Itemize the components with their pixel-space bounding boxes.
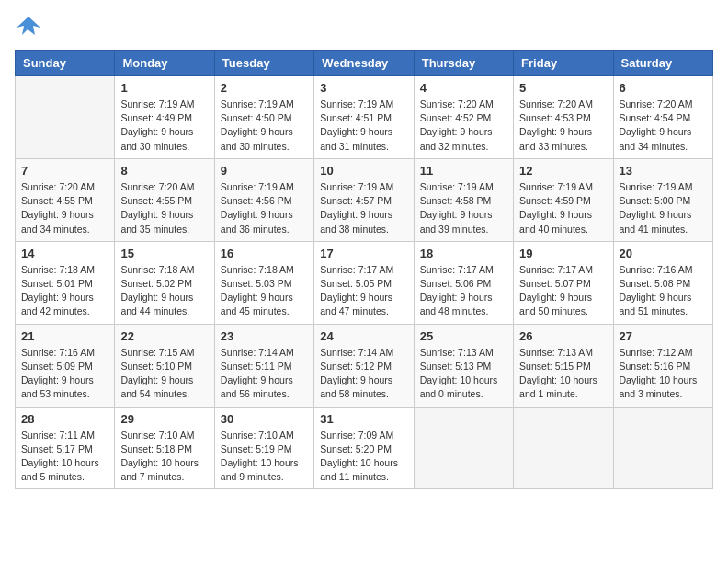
calendar-cell: 16Sunrise: 7:18 AM Sunset: 5:03 PM Dayli… [214,241,313,324]
calendar-cell: 2Sunrise: 7:19 AM Sunset: 4:50 PM Daylig… [214,76,313,159]
day-info: Sunrise: 7:20 AM Sunset: 4:52 PM Dayligh… [420,98,507,154]
calendar-cell: 3Sunrise: 7:19 AM Sunset: 4:51 PM Daylig… [314,76,414,159]
day-info: Sunrise: 7:19 AM Sunset: 4:50 PM Dayligh… [221,98,308,154]
logo-icon [15,15,42,40]
day-info: Sunrise: 7:12 AM Sunset: 5:16 PM Dayligh… [620,346,707,402]
calendar-cell: 26Sunrise: 7:13 AM Sunset: 5:15 PM Dayli… [514,324,613,407]
calendar-cell [414,407,513,489]
day-number: 11 [420,164,507,178]
day-number: 18 [420,247,507,260]
day-number: 16 [221,247,308,260]
day-info: Sunrise: 7:17 AM Sunset: 5:06 PM Dayligh… [420,263,507,319]
day-info: Sunrise: 7:20 AM Sunset: 4:54 PM Dayligh… [620,98,707,154]
day-info: Sunrise: 7:20 AM Sunset: 4:55 PM Dayligh… [21,180,108,236]
svg-marker-0 [17,17,40,35]
day-number: 26 [519,329,607,343]
day-number: 8 [120,164,208,178]
day-info: Sunrise: 7:13 AM Sunset: 5:15 PM Dayligh… [519,346,607,402]
calendar-cell: 9Sunrise: 7:19 AM Sunset: 4:56 PM Daylig… [214,158,313,241]
day-info: Sunrise: 7:11 AM Sunset: 5:17 PM Dayligh… [21,429,108,485]
calendar-cell: 14Sunrise: 7:18 AM Sunset: 5:01 PM Dayli… [16,241,115,324]
day-number: 3 [320,81,407,95]
day-number: 21 [21,329,108,343]
calendar-cell: 11Sunrise: 7:19 AM Sunset: 4:58 PM Dayli… [414,158,513,241]
day-number: 6 [620,81,707,95]
calendar-cell: 1Sunrise: 7:19 AM Sunset: 4:49 PM Daylig… [115,76,214,159]
calendar-cell: 10Sunrise: 7:19 AM Sunset: 4:57 PM Dayli… [314,158,414,241]
calendar-week-row: 1Sunrise: 7:19 AM Sunset: 4:49 PM Daylig… [16,76,713,159]
header-sunday: Sunday [16,51,115,76]
header-wednesday: Wednesday [314,51,414,76]
calendar-cell: 20Sunrise: 7:16 AM Sunset: 5:08 PM Dayli… [613,241,712,324]
calendar-cell: 27Sunrise: 7:12 AM Sunset: 5:16 PM Dayli… [613,324,712,407]
day-number: 20 [620,247,707,260]
day-number: 4 [420,81,507,95]
day-info: Sunrise: 7:09 AM Sunset: 5:20 PM Dayligh… [320,429,407,485]
day-number: 7 [21,164,108,178]
day-number: 22 [120,329,208,343]
day-info: Sunrise: 7:16 AM Sunset: 5:08 PM Dayligh… [620,263,707,319]
calendar-cell: 17Sunrise: 7:17 AM Sunset: 5:05 PM Dayli… [314,241,414,324]
calendar-cell: 19Sunrise: 7:17 AM Sunset: 5:07 PM Dayli… [514,241,613,324]
day-info: Sunrise: 7:15 AM Sunset: 5:10 PM Dayligh… [120,346,208,402]
header-tuesday: Tuesday [214,51,313,76]
day-info: Sunrise: 7:19 AM Sunset: 4:51 PM Dayligh… [320,98,407,154]
day-info: Sunrise: 7:20 AM Sunset: 4:55 PM Dayligh… [120,180,208,236]
header-monday: Monday [115,51,214,76]
day-number: 12 [519,164,607,178]
day-info: Sunrise: 7:19 AM Sunset: 4:57 PM Dayligh… [320,180,407,236]
day-info: Sunrise: 7:20 AM Sunset: 4:53 PM Dayligh… [519,98,607,154]
calendar-week-row: 14Sunrise: 7:18 AM Sunset: 5:01 PM Dayli… [16,241,713,324]
day-number: 1 [120,81,208,95]
calendar-cell: 5Sunrise: 7:20 AM Sunset: 4:53 PM Daylig… [514,76,613,159]
day-info: Sunrise: 7:10 AM Sunset: 5:18 PM Dayligh… [120,429,208,485]
day-number: 27 [620,329,707,343]
day-number: 10 [320,164,407,178]
calendar-cell: 18Sunrise: 7:17 AM Sunset: 5:06 PM Dayli… [414,241,513,324]
calendar-cell: 21Sunrise: 7:16 AM Sunset: 5:09 PM Dayli… [16,324,115,407]
calendar-cell: 24Sunrise: 7:14 AM Sunset: 5:12 PM Dayli… [314,324,414,407]
day-info: Sunrise: 7:18 AM Sunset: 5:01 PM Dayligh… [21,263,108,319]
day-info: Sunrise: 7:19 AM Sunset: 4:56 PM Dayligh… [221,180,308,236]
day-number: 24 [320,329,407,343]
day-number: 23 [221,329,308,343]
day-number: 9 [221,164,308,178]
calendar-cell: 29Sunrise: 7:10 AM Sunset: 5:18 PM Dayli… [115,407,214,489]
day-number: 29 [120,412,208,426]
day-info: Sunrise: 7:16 AM Sunset: 5:09 PM Dayligh… [21,346,108,402]
day-number: 15 [120,247,208,260]
header-friday: Friday [514,51,613,76]
day-info: Sunrise: 7:19 AM Sunset: 5:00 PM Dayligh… [620,180,707,236]
day-info: Sunrise: 7:14 AM Sunset: 5:11 PM Dayligh… [221,346,308,402]
calendar-header-row: SundayMondayTuesdayWednesdayThursdayFrid… [16,51,713,76]
day-number: 2 [221,81,308,95]
calendar-cell: 4Sunrise: 7:20 AM Sunset: 4:52 PM Daylig… [414,76,513,159]
calendar-cell: 8Sunrise: 7:20 AM Sunset: 4:55 PM Daylig… [115,158,214,241]
day-number: 28 [21,412,108,426]
calendar-cell: 7Sunrise: 7:20 AM Sunset: 4:55 PM Daylig… [16,158,115,241]
day-info: Sunrise: 7:19 AM Sunset: 4:58 PM Dayligh… [420,180,507,236]
calendar-cell: 23Sunrise: 7:14 AM Sunset: 5:11 PM Dayli… [214,324,313,407]
header-thursday: Thursday [414,51,513,76]
day-info: Sunrise: 7:10 AM Sunset: 5:19 PM Dayligh… [221,429,308,485]
calendar-table: SundayMondayTuesdayWednesdayThursdayFrid… [15,50,713,489]
day-info: Sunrise: 7:18 AM Sunset: 5:03 PM Dayligh… [221,263,308,319]
day-info: Sunrise: 7:19 AM Sunset: 4:49 PM Dayligh… [120,98,208,154]
calendar-cell [514,407,613,489]
calendar-cell: 15Sunrise: 7:18 AM Sunset: 5:02 PM Dayli… [115,241,214,324]
logo [15,15,46,40]
day-number: 31 [320,412,407,426]
calendar-cell: 6Sunrise: 7:20 AM Sunset: 4:54 PM Daylig… [613,76,712,159]
calendar-cell: 31Sunrise: 7:09 AM Sunset: 5:20 PM Dayli… [314,407,414,489]
calendar-cell [613,407,712,489]
day-number: 17 [320,247,407,260]
day-info: Sunrise: 7:17 AM Sunset: 5:07 PM Dayligh… [519,263,607,319]
calendar-cell: 28Sunrise: 7:11 AM Sunset: 5:17 PM Dayli… [16,407,115,489]
calendar-cell: 25Sunrise: 7:13 AM Sunset: 5:13 PM Dayli… [414,324,513,407]
calendar-week-row: 21Sunrise: 7:16 AM Sunset: 5:09 PM Dayli… [16,324,713,407]
calendar-cell: 13Sunrise: 7:19 AM Sunset: 5:00 PM Dayli… [613,158,712,241]
day-number: 5 [519,81,607,95]
day-number: 30 [221,412,308,426]
day-number: 25 [420,329,507,343]
day-info: Sunrise: 7:13 AM Sunset: 5:13 PM Dayligh… [420,346,507,402]
